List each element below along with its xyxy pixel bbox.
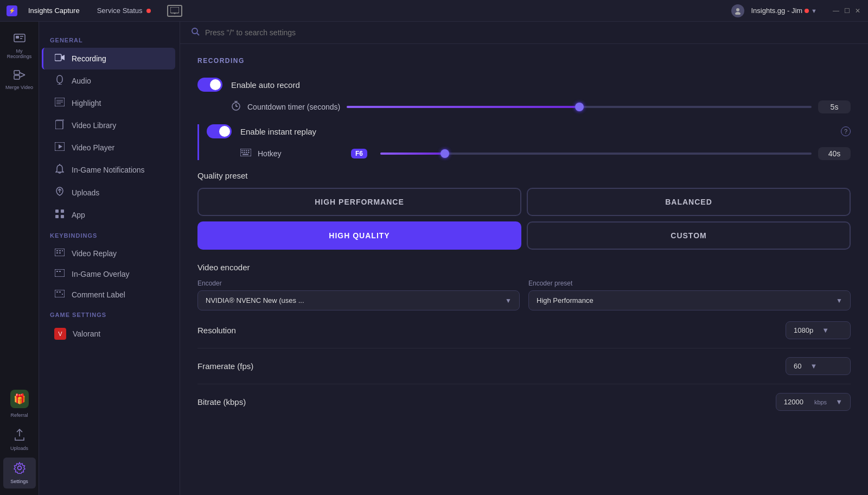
sidebar-item-video-player[interactable]: Video Player [43, 137, 175, 158]
in-game-overlay-label: In-Game Overlay [72, 270, 130, 278]
svg-rect-40 [56, 291, 58, 293]
video-player-icon [54, 142, 65, 153]
countdown-thumb[interactable] [575, 103, 584, 111]
svg-marker-15 [61, 55, 65, 60]
sidebar-item-settings[interactable]: Settings [3, 458, 36, 488]
quality-btn-custom[interactable]: CUSTOM [527, 221, 851, 250]
sidebar-item-in-game-notifications[interactable]: In-Game Notifications [43, 158, 175, 181]
search-bar [180, 22, 868, 44]
instant-replay-row: Enable instant replay ? [207, 124, 851, 138]
quality-btn-high-quality[interactable]: HIGH QUALITY [197, 221, 521, 250]
resolution-label: Resolution [197, 326, 786, 335]
replay-thumb[interactable] [441, 149, 449, 158]
replay-track[interactable] [380, 153, 812, 155]
sidebar-item-referral[interactable]: 🎁 Referral [3, 385, 36, 422]
auto-record-label: Enable auto record [231, 80, 851, 90]
maximize-button[interactable]: ☐ [843, 7, 851, 15]
sidebar-item-video-replay[interactable]: Video Replay [43, 243, 175, 264]
countdown-slider: 5s [347, 100, 851, 113]
svg-rect-37 [56, 271, 58, 272]
bitrate-chevron: ▼ [835, 398, 843, 406]
countdown-label: Countdown timer (seconds) [247, 103, 340, 111]
encoder-preset-label: Encoder preset [528, 280, 851, 287]
search-input[interactable] [205, 28, 857, 37]
svg-rect-51 [241, 150, 243, 151]
my-recordings-label: My Recordings [5, 48, 34, 59]
user-avatar [731, 4, 744, 17]
title-bar-left: ⚡ Insights Capture Service Status [7, 4, 182, 17]
service-status-dot [146, 9, 151, 13]
close-button[interactable]: ✕ [854, 7, 861, 15]
game-settings-section-title: GAME SETTINGS [39, 307, 180, 322]
bitrate-dropdown[interactable]: 12000 kbps ▼ [776, 393, 851, 411]
sidebar-item-uploads[interactable]: Uploads [3, 424, 36, 455]
sidebar-item-merge-video[interactable]: Merge Video [3, 66, 36, 94]
highlight-icon [54, 98, 65, 109]
monitor-icon[interactable] [167, 5, 182, 17]
minimize-button[interactable]: — [832, 7, 840, 15]
video-replay-icon [54, 249, 65, 258]
svg-rect-53 [246, 150, 247, 151]
instant-replay-help[interactable]: ? [841, 126, 851, 136]
svg-rect-26 [55, 210, 59, 213]
sidebar-item-comment-label[interactable]: Comment Label [43, 284, 175, 305]
framerate-row: Framerate (fps) 60 ▼ [197, 357, 851, 384]
title-bar-right: Insights.gg - Jim ▼ — ☐ ✕ [731, 4, 861, 17]
sidebar-item-video-library[interactable]: Video Library [43, 114, 175, 137]
svg-rect-29 [61, 215, 64, 218]
svg-rect-36 [55, 269, 65, 277]
svg-line-12 [20, 75, 25, 78]
svg-rect-38 [59, 271, 61, 272]
framerate-dropdown[interactable]: 60 ▼ [786, 357, 851, 375]
in-game-overlay-icon [54, 269, 65, 279]
quality-grid: HIGH PERFORMANCE BALANCED HIGH QUALITY C… [197, 188, 851, 250]
replay-fill [380, 153, 445, 155]
keybindings-section-title: KEYBINDINGS [39, 228, 180, 243]
svg-rect-27 [61, 210, 64, 213]
sidebar-item-my-recordings[interactable]: My Recordings [3, 28, 36, 64]
quality-preset-section: Quality preset HIGH PERFORMANCE BALANCED… [197, 171, 851, 250]
toggle-knob [210, 79, 221, 90]
sidebar-item-audio[interactable]: Audio [43, 69, 175, 92]
sidebar-item-valorant[interactable]: V Valorant [43, 322, 175, 345]
hotkey-badge[interactable]: F6 [351, 149, 367, 158]
sidebar-item-in-game-overlay[interactable]: In-Game Overlay [43, 264, 175, 284]
svg-rect-28 [55, 215, 59, 218]
sidebar-item-recording[interactable]: Recording [42, 48, 175, 69]
sidebar-item-highlight[interactable]: Highlight [43, 92, 175, 114]
svg-rect-42 [62, 294, 63, 295]
svg-point-13 [17, 466, 21, 470]
user-name[interactable]: Insights.gg - Jim ▼ [751, 7, 817, 15]
svg-rect-59 [242, 154, 248, 155]
uploads-sidebar-label: Uploads [72, 188, 99, 197]
instant-replay-section: Enable instant replay ? Hotkey F6 [197, 124, 851, 160]
app-label: App [72, 211, 85, 219]
countdown-track[interactable] [347, 106, 812, 108]
replay-slider: 40s [380, 147, 851, 160]
resolution-dropdown[interactable]: 1080p ▼ [786, 321, 851, 339]
tab-insights-capture[interactable]: Insights Capture [22, 4, 86, 17]
svg-rect-14 [55, 54, 61, 61]
encoder-preset-dropdown[interactable]: High Performance ▼ [528, 290, 851, 310]
sidebar-item-app[interactable]: App [43, 204, 175, 226]
instant-replay-toggle[interactable] [207, 124, 232, 138]
quality-btn-high-performance[interactable]: HIGH PERFORMANCE [197, 188, 521, 216]
settings-label: Settings [10, 479, 28, 484]
comment-label-icon [54, 290, 65, 300]
svg-line-11 [20, 73, 25, 75]
svg-rect-31 [56, 250, 58, 251]
hotkey-row: Hotkey F6 40s [240, 147, 851, 160]
sidebar-item-uploads[interactable]: Uploads [43, 181, 175, 204]
recording-label: Recording [72, 54, 106, 63]
svg-rect-52 [244, 150, 245, 151]
tab-service-status[interactable]: Service Status [91, 4, 157, 17]
encoder-row: Encoder NVIDIA® NVENC New (uses ... ▼ En… [197, 280, 851, 310]
quality-btn-balanced[interactable]: BALANCED [527, 188, 851, 216]
svg-rect-54 [248, 150, 250, 151]
auto-record-toggle[interactable] [197, 78, 222, 92]
my-recordings-icon [14, 33, 25, 46]
referral-label: Referral [10, 412, 28, 418]
in-game-notifications-label: In-Game Notifications [72, 166, 145, 174]
encoder-dropdown[interactable]: NVIDIA® NVENC New (uses ... ▼ [197, 290, 520, 310]
recording-icon [54, 53, 65, 64]
